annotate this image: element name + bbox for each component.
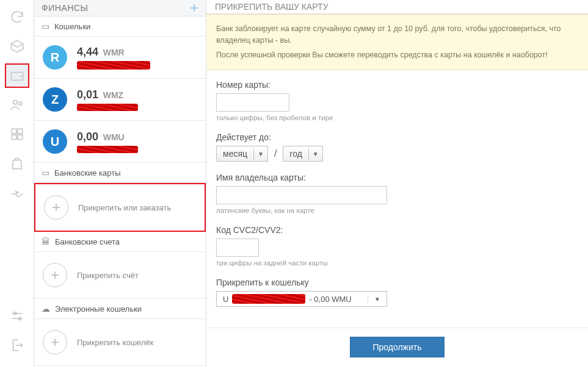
wallet-amount: 0,00	[77, 131, 98, 143]
expires-label: Действует до:	[216, 132, 578, 142]
attach-card-label: Прикрепить или заказать	[78, 203, 171, 212]
finance-sidebar: ФИНАНСЫ + ▭ Кошельки R 4,44 WMR Z 0,01 W…	[34, 0, 206, 366]
main-panel: ПРИКРЕПИТЬ ВАШУ КАРТУ Банк заблокирует н…	[206, 0, 588, 366]
wallet-number-redacted	[77, 146, 138, 153]
year-value: год	[283, 146, 308, 161]
add-button[interactable]: +	[190, 3, 198, 13]
sidebar-header: ФИНАНСЫ +	[34, 0, 206, 16]
card-number-input[interactable]	[216, 93, 289, 112]
svg-rect-4	[18, 129, 23, 134]
attach-to-label: Прикрепить к кошельку	[216, 278, 578, 287]
attach-ewallet-button[interactable]: + Прикрепить кошелёк	[34, 319, 206, 366]
hand-icon	[9, 185, 25, 201]
section-wallets-label: Кошельки	[54, 22, 90, 31]
wallet-row-wmu[interactable]: U 0,00 WMU	[34, 121, 206, 163]
card-form: Номер карты: только цифры, без пробелов …	[206, 70, 588, 328]
continue-button[interactable]: Продолжить	[350, 337, 444, 357]
svg-point-2	[18, 102, 21, 105]
card-icon: ▭	[42, 21, 49, 31]
people-icon	[9, 97, 25, 113]
refresh-icon	[9, 9, 25, 25]
nav-box[interactable]	[5, 34, 29, 59]
attach-to-prefix: U	[223, 295, 228, 304]
cvc-input[interactable]	[216, 239, 259, 257]
attach-ewallet-label: Прикрепить кошелёк	[77, 338, 153, 347]
attach-account-label: Прикрепить счёт	[77, 271, 139, 280]
section-ewallets-label: Электронные кошельки	[55, 304, 142, 314]
plus-circle-icon: +	[43, 330, 67, 354]
section-wallets: ▭ Кошельки	[34, 16, 206, 37]
nav-rail	[0, 0, 34, 366]
bank-icon: 🏛	[42, 237, 50, 246]
attach-card-button[interactable]: + Прикрепить или заказать	[34, 183, 206, 232]
plus-circle-icon: +	[44, 195, 68, 220]
slash: /	[274, 148, 277, 159]
wallet-number-redacted	[77, 61, 150, 70]
submit-bar: Продолжить	[206, 328, 588, 366]
section-cards-label: Банковские карты	[54, 168, 121, 178]
wallet-number-redacted	[77, 104, 138, 111]
nav-shop[interactable]	[5, 151, 29, 176]
holder-label: Имя владельца карты:	[216, 173, 578, 182]
svg-rect-3	[12, 129, 16, 134]
svg-point-1	[13, 100, 17, 104]
nav-hand[interactable]	[5, 181, 29, 205]
cvc-label: Код CVC2/CVV2:	[216, 225, 578, 235]
nav-logout[interactable]	[5, 333, 29, 357]
section-cards: ▭ Банковские карты	[34, 163, 206, 183]
section-accounts-label: Банковские счета	[55, 237, 120, 246]
nav-refresh[interactable]	[5, 5, 29, 29]
chevron-down-icon: ▼	[308, 148, 322, 160]
attach-account-button[interactable]: + Прикрепить счёт	[34, 252, 206, 299]
wallet-currency: WMZ	[103, 90, 123, 100]
cloud-icon: ☁	[42, 304, 50, 314]
attach-to-select[interactable]: U - 0,00 WMU ▼	[216, 291, 387, 307]
nav-apps[interactable]	[5, 122, 29, 146]
svg-rect-5	[12, 135, 16, 140]
nav-wallet[interactable]	[5, 63, 29, 88]
card-icon: ▭	[42, 168, 49, 178]
wallet-row-wmr[interactable]: R 4,44 WMR	[34, 37, 206, 79]
main-title: ПРИКРЕПИТЬ ВАШУ КАРТУ	[206, 0, 588, 14]
card-number-hint: только цифры, без пробелов и тире	[216, 114, 578, 121]
info-notice: Банк заблокирует на карте случайную сумм…	[206, 14, 588, 70]
sidebar-title: ФИНАНСЫ	[42, 3, 88, 13]
notice-line2: После успешной проверки Вы сможете перев…	[216, 49, 578, 61]
wallet-badge: R	[43, 45, 67, 70]
notice-line1: Банк заблокирует на карте случайную сумм…	[216, 23, 578, 46]
wallet-icon	[9, 68, 25, 84]
cvc-hint: три цифры на задней части карты	[216, 259, 578, 267]
chevron-down-icon: ▼	[368, 296, 380, 303]
svg-rect-6	[18, 135, 23, 140]
sliders-icon	[9, 308, 25, 324]
chevron-down-icon: ▼	[253, 148, 267, 160]
wallet-badge: Z	[43, 87, 67, 112]
attach-to-redacted	[232, 294, 305, 304]
wallet-currency: WMR	[103, 48, 125, 57]
month-value: месяц	[217, 146, 253, 161]
nav-settings[interactable]	[5, 304, 29, 328]
holder-input[interactable]	[216, 186, 387, 204]
year-select[interactable]: год▼	[283, 146, 322, 162]
wallet-badge: U	[43, 129, 67, 154]
attach-to-suffix: - 0,00 WMU	[309, 295, 351, 304]
bag-icon	[9, 156, 25, 171]
wallet-currency: WMU	[103, 132, 125, 142]
holder-hint: латинские буквы, как на карте	[216, 207, 578, 214]
section-accounts: 🏛 Банковские счета	[34, 232, 206, 252]
nav-contacts[interactable]	[5, 93, 29, 117]
plus-circle-icon: +	[43, 263, 67, 287]
month-select[interactable]: месяц▼	[216, 146, 268, 162]
logout-icon	[9, 337, 25, 353]
box-icon	[9, 38, 25, 54]
card-number-label: Номер карты:	[216, 80, 578, 90]
grid-icon	[9, 126, 25, 142]
section-ewallets: ☁ Электронные кошельки	[34, 299, 206, 319]
wallet-amount: 0,01	[77, 88, 98, 101]
wallet-amount: 4,44	[77, 46, 98, 58]
wallet-row-wmz[interactable]: Z 0,01 WMZ	[34, 79, 206, 121]
